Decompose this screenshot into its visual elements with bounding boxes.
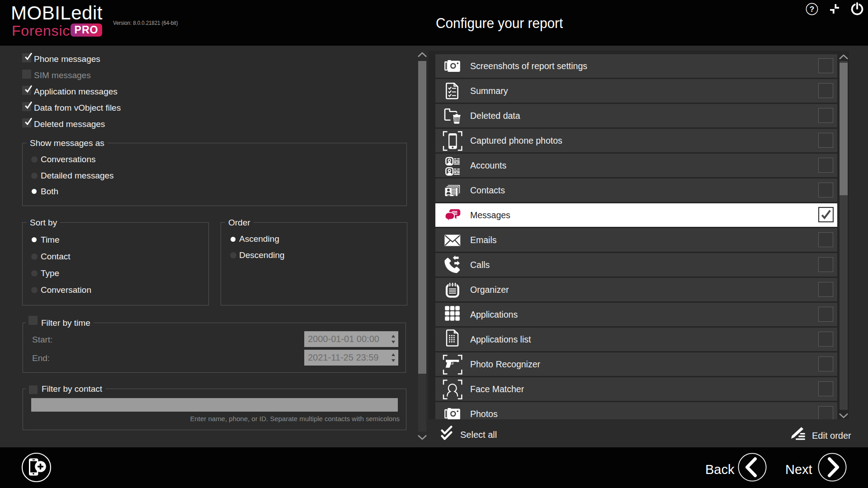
svg-text:?: ? [810, 5, 814, 14]
